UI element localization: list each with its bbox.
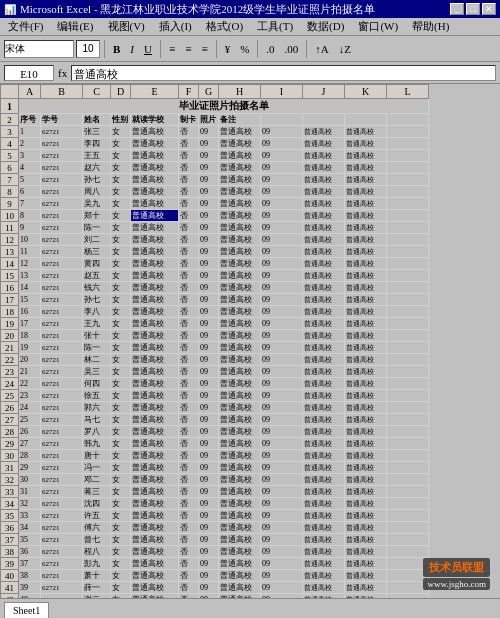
cell[interactable] [387,270,429,282]
cell[interactable] [387,234,429,246]
header-cell[interactable] [303,114,345,126]
maximize-button[interactable]: □ [466,3,480,15]
cell[interactable]: 普通高校 [131,426,179,438]
cell[interactable]: 普通高校 [131,450,179,462]
sort-desc-button[interactable]: ↓Z [335,39,355,59]
cell[interactable]: 普通高校 [303,402,345,414]
cell[interactable]: 09 [261,546,303,558]
cell[interactable]: 女 [111,258,131,270]
cell[interactable]: 09 [261,438,303,450]
cell[interactable]: 27 [19,438,41,450]
cell[interactable]: 普通高校 [303,534,345,546]
cell[interactable]: 普通高校 [303,150,345,162]
cell[interactable]: 09 [261,510,303,522]
cell[interactable]: 普通高校 [303,138,345,150]
cell[interactable]: 马七 [83,414,111,426]
cell[interactable]: 普通高校 [131,258,179,270]
title-cell[interactable]: 毕业证照片拍摄名单 [19,99,429,114]
cell[interactable]: 62721 [41,426,83,438]
cell[interactable]: 普通高校 [219,306,261,318]
cell[interactable]: 否 [179,390,199,402]
cell[interactable]: 普通高校 [219,438,261,450]
cell[interactable]: 普通高校 [345,462,387,474]
cell[interactable]: 09 [199,546,219,558]
cell[interactable]: 否 [179,366,199,378]
cell[interactable]: 普通高校 [345,378,387,390]
cell[interactable]: 普通高校 [131,126,179,138]
row-header[interactable]: 20 [1,330,19,342]
cell[interactable]: 普通高校 [219,378,261,390]
cell[interactable]: 09 [199,318,219,330]
row-header[interactable]: 25 [1,390,19,402]
row-header[interactable]: 31 [1,462,19,474]
cell[interactable]: 38 [19,570,41,582]
cell[interactable]: 普通高校 [345,366,387,378]
font-size-selector[interactable] [76,40,100,58]
row-header[interactable]: 40 [1,570,19,582]
cell[interactable] [387,438,429,450]
cell[interactable]: 普通高校 [303,162,345,174]
cell[interactable]: 4 [19,162,41,174]
cell[interactable] [387,378,429,390]
cell[interactable]: 09 [199,486,219,498]
cell[interactable]: 09 [261,318,303,330]
cell[interactable] [387,534,429,546]
header-cell[interactable]: 备注 [219,114,261,126]
cell[interactable]: 62721 [41,210,83,222]
row-header[interactable]: 16 [1,282,19,294]
cell[interactable]: 李四 [83,138,111,150]
cell[interactable]: 普通高校 [131,366,179,378]
cell[interactable]: 否 [179,450,199,462]
cell[interactable]: 普通高校 [345,486,387,498]
cell[interactable]: 09 [199,210,219,222]
cell[interactable]: 62721 [41,198,83,210]
cell[interactable] [387,390,429,402]
cell[interactable]: 否 [179,198,199,210]
cell[interactable]: 薛一 [83,582,111,594]
cell[interactable]: 否 [179,246,199,258]
cell[interactable]: 62721 [41,570,83,582]
header-cell[interactable] [345,114,387,126]
cell[interactable]: 否 [179,330,199,342]
cell[interactable]: 普通高校 [219,186,261,198]
cell[interactable]: 16 [19,306,41,318]
cell[interactable]: 23 [19,390,41,402]
cell[interactable]: 普通高校 [303,426,345,438]
row-header[interactable]: 29 [1,438,19,450]
row-header[interactable]: 42 [1,594,19,599]
menu-file[interactable]: 文件(F) [2,18,49,35]
cell[interactable]: 普通高校 [345,138,387,150]
cell[interactable]: 普通高校 [219,150,261,162]
cell[interactable]: 62721 [41,594,83,599]
cell[interactable]: 25 [19,414,41,426]
cell[interactable]: 普通高校 [219,174,261,186]
cell[interactable]: 普通高校 [131,318,179,330]
cell[interactable]: 普通高校 [303,378,345,390]
cell[interactable]: 普通高校 [303,390,345,402]
cell[interactable]: 普通高校 [219,366,261,378]
cell[interactable] [387,414,429,426]
percent-button[interactable]: % [236,39,253,59]
cell[interactable]: 09 [199,282,219,294]
cell[interactable]: 26 [19,426,41,438]
cell[interactable]: 39 [19,582,41,594]
cell[interactable]: 09 [199,294,219,306]
cell[interactable]: 19 [19,342,41,354]
cell[interactable]: 否 [179,570,199,582]
cell[interactable]: 否 [179,414,199,426]
cell[interactable]: 1 [19,126,41,138]
cell[interactable]: 09 [199,378,219,390]
cell[interactable]: 62721 [41,282,83,294]
row-header[interactable]: 33 [1,486,19,498]
menu-window[interactable]: 窗口(W) [352,18,404,35]
cell[interactable]: 罗八 [83,426,111,438]
cell[interactable]: 09 [199,354,219,366]
row-header[interactable]: 13 [1,246,19,258]
cell[interactable]: 陈一 [83,342,111,354]
cell[interactable] [387,258,429,270]
cell[interactable]: 09 [261,354,303,366]
cell[interactable]: 普通高校 [131,186,179,198]
cell[interactable]: 普通高校 [219,570,261,582]
cell[interactable]: 09 [261,498,303,510]
header-cell[interactable]: 序号 [19,114,41,126]
